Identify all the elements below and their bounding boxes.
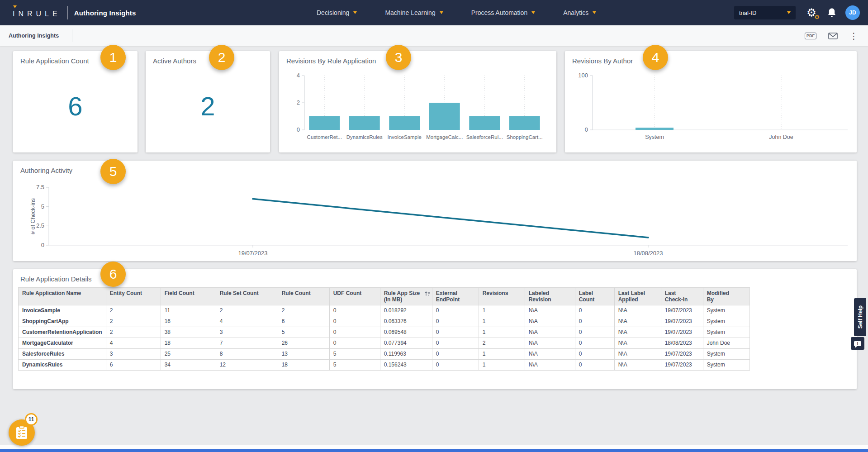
table-cell: 1 [479, 305, 525, 316]
user-avatar[interactable]: JD [845, 5, 860, 20]
marker-badge-3[interactable]: 3 [386, 45, 411, 70]
column-header: Labeled Revision [525, 288, 575, 305]
svg-text:ShoppingCart...: ShoppingCart... [507, 134, 543, 140]
menu-analytics[interactable]: Analytics [563, 9, 596, 16]
menu-label: Machine Learning [385, 9, 435, 16]
feedback-chat-button[interactable]: ! [851, 337, 864, 350]
card-title: Active Authors [146, 51, 270, 65]
table-cell: N\A [525, 349, 575, 360]
menu-process-automation[interactable]: Process Automation [471, 9, 536, 16]
table-cell: N\A [614, 360, 661, 371]
marker-badge-4[interactable]: 4 [643, 45, 668, 70]
email-button[interactable] [828, 33, 838, 39]
table-cell: N\A [525, 316, 575, 327]
inrule-logo: INRULE [13, 7, 61, 18]
table-cell: 4 [216, 316, 278, 327]
table-row: InvoiceSample2112200.01829201N\A0N\A19/0… [19, 305, 750, 316]
column-header: Entity Count [106, 288, 161, 305]
svg-text:# of Check-ins: # of Check-ins [30, 198, 36, 234]
table-cell: N\A [614, 338, 661, 349]
table-cell: 3 [106, 349, 161, 360]
fab-count-badge: 11 [25, 413, 38, 426]
table-header-row: Rule Application NameEntity CountField C… [19, 288, 750, 305]
table-cell: 2 [106, 305, 161, 316]
table-cell: N\A [525, 305, 575, 316]
table-cell: 0 [432, 327, 479, 338]
table-cell: N\A [525, 338, 575, 349]
table-cell: 18 [278, 360, 329, 371]
brand-area: INRULE Authoring Insights [13, 6, 136, 19]
chevron-down-icon [353, 11, 357, 14]
table-cell: 0 [432, 338, 479, 349]
kpi-value: 6 [13, 91, 138, 121]
svg-text:2: 2 [297, 99, 300, 106]
sort-icon[interactable] [424, 290, 431, 297]
table-cell: 3 [216, 327, 278, 338]
marker-badge-1[interactable]: 1 [100, 45, 126, 70]
table-cell: N\A [614, 316, 661, 327]
table-cell: 1 [479, 360, 525, 371]
table-title: Rule Application Details [13, 269, 857, 283]
table-cell: 5 [278, 327, 329, 338]
self-help-tab[interactable]: Self Help [854, 298, 866, 336]
table-cell: 18 [161, 338, 216, 349]
svg-text:19/07/2023: 19/07/2023 [238, 250, 267, 257]
table-cell: 0.018292 [380, 305, 432, 316]
export-pdf-button[interactable]: PDF [805, 33, 816, 39]
table-cell: N\A [525, 327, 575, 338]
table-cell: 1 [479, 327, 525, 338]
column-header: Last Check-in [661, 288, 703, 305]
table-row: ShoppingCartApp2164600.06337601N\A0N\A19… [19, 316, 750, 327]
table-cell: N\A [614, 349, 661, 360]
table-cell: 0 [329, 338, 380, 349]
table-cell: 2 [216, 305, 278, 316]
column-header: Last Label Applied [614, 288, 661, 305]
svg-text:System: System [645, 134, 664, 140]
bar [636, 128, 674, 130]
svg-text:SalesforceRul...: SalesforceRul... [466, 134, 503, 140]
marker-badge-2[interactable]: 2 [209, 45, 234, 70]
table-cell: 2 [278, 305, 329, 316]
table-cell: 11 [161, 305, 216, 316]
table-cell: 0.063376 [380, 316, 432, 327]
table-cell: 18/08/2023 [661, 338, 703, 349]
table-cell: System [703, 360, 749, 371]
bell-icon [827, 8, 836, 18]
column-header: Rule Application Name [19, 288, 106, 305]
marker-badge-6[interactable]: 6 [100, 262, 126, 287]
menu-label: Process Automation [471, 9, 528, 16]
svg-text:CustomerRet...: CustomerRet... [307, 134, 342, 140]
table-cell: 0.077394 [380, 338, 432, 349]
menu-machine-learning[interactable]: Machine Learning [385, 9, 443, 16]
table-row: SalesforceRules32581350.11996301N\A0N\A1… [19, 349, 750, 360]
column-header: UDF Count [329, 288, 380, 305]
speech-bubble-icon: ! [854, 341, 861, 346]
table-cell: System [703, 349, 749, 360]
table-cell: MortgageCalculator [19, 338, 106, 349]
logo-divider [67, 6, 68, 19]
tenant-select[interactable]: trial-ID [734, 6, 796, 19]
svg-text:0: 0 [297, 126, 300, 133]
nav-menus: Decisioning Machine Learning Process Aut… [317, 0, 596, 25]
gear-small-icon: ⚙ [814, 14, 820, 20]
table-cell: 5 [329, 349, 380, 360]
table-row: DynamicsRules634121850.15624301N\A0N\A19… [19, 360, 750, 371]
svg-text:MortgageCalc...: MortgageCalc... [426, 134, 463, 140]
table-cell: System [703, 316, 749, 327]
table-cell: 0 [575, 305, 614, 316]
settings-button[interactable]: ⚙ ⚙ [805, 6, 818, 19]
notifications-button[interactable] [827, 8, 836, 18]
table-cell: 19/07/2023 [661, 327, 703, 338]
bar-chart-canvas: 0100SystemJohn Doe [572, 66, 849, 148]
marker-badge-5[interactable]: 5 [100, 159, 126, 184]
menu-label: Decisioning [317, 9, 349, 16]
table-cell: 12 [216, 360, 278, 371]
chart-card-revisions-by-rule-application: Revisions By Rule Application 024Custome… [279, 51, 556, 152]
svg-text:InvoiceSample: InvoiceSample [388, 134, 422, 140]
nav-right-cluster: trial-ID ⚙ ⚙ JD [734, 0, 860, 25]
menu-decisioning[interactable]: Decisioning [317, 9, 357, 16]
table-cell: ShoppingCartApp [19, 316, 106, 327]
column-header: Label Count [575, 288, 614, 305]
overflow-menu-button[interactable]: ⋮ [849, 32, 858, 40]
table-cell: 2 [479, 338, 525, 349]
